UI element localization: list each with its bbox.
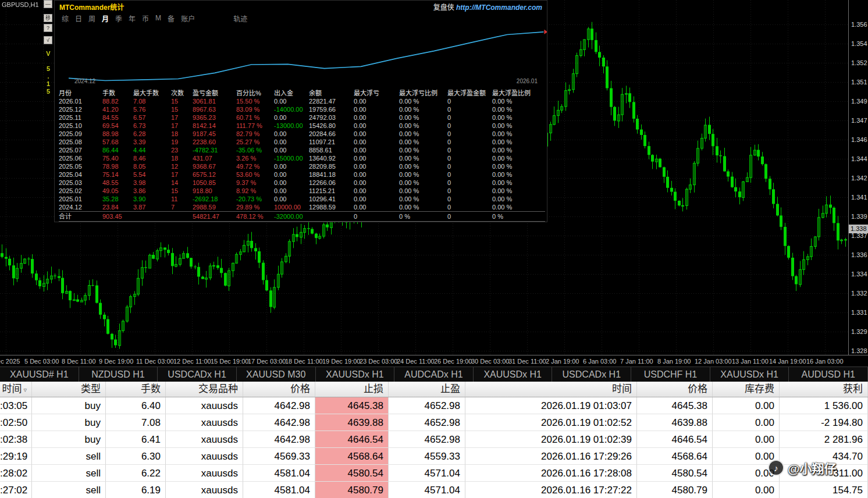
stats-col-header: 月份 (59, 89, 102, 97)
trades-col-header[interactable]: 交易品种 (166, 382, 243, 397)
stats-cell: 3.87 (133, 203, 171, 211)
menu-item-月[interactable]: 月 (102, 13, 109, 23)
menu-item-综[interactable]: 综 (62, 13, 69, 23)
stats-cell: 6.73 (133, 122, 171, 130)
trade-row[interactable]: :27:02sell6.19xauusds4581.044580.794571.… (0, 482, 868, 498)
trade-cell: :27:02 (0, 482, 32, 498)
stats-cell: 0.00 (354, 195, 399, 203)
price-axis-label: 1.341 (851, 194, 867, 201)
stats-cell: 0.00 % (492, 203, 545, 211)
chart-tab[interactable]: USDCADx H1 (158, 367, 237, 382)
trade-cell: :02:50 (0, 414, 32, 431)
trades-col-header[interactable]: 手数 (106, 382, 166, 397)
trade-cell: 2 281.96 (780, 431, 868, 448)
stats-cell: 0.00 % (492, 162, 545, 170)
chart-tab[interactable]: XAUUSD M30 (237, 367, 316, 382)
trades-col-header[interactable]: 获利 (780, 382, 868, 397)
stats-cell: 8858.61 (309, 146, 354, 154)
stats-cell: 3.90 (133, 195, 171, 203)
trade-cell: 0.00 (713, 431, 780, 448)
menu-item-账户[interactable]: 账户 (181, 13, 195, 23)
stats-cell: 0.00 (274, 130, 309, 138)
stats-cell: 17 (171, 170, 193, 179)
chart-tab[interactable]: XAUUSDx H1 (474, 367, 553, 382)
stats-cell: 0.00 (354, 138, 399, 146)
trades-col-header[interactable]: 时间 (465, 382, 637, 397)
stats-cell: 49.05 (102, 187, 133, 195)
stats-cell: 0.00 (354, 105, 399, 113)
chart-tab[interactable]: AUDCADx H1 (394, 367, 474, 382)
stats-cell: 0.00 (354, 146, 399, 154)
stats-cell: 0 (447, 195, 492, 203)
menu-item-M[interactable]: M (155, 14, 161, 22)
trade-row[interactable]: :02:38buy6.41xauusds4642.984646.544652.9… (0, 431, 868, 448)
stats-cell (171, 212, 193, 221)
stats-cell: -20.73 % (236, 195, 274, 203)
minimize-button[interactable]: — (44, 0, 52, 8)
price-axis-label: 1.332 (851, 290, 867, 297)
trades-col-header[interactable]: 价格 (637, 382, 713, 397)
stats-cell: 15426.80 (309, 122, 354, 130)
chart-tab[interactable]: AUDUSD H1 (789, 367, 868, 382)
help-button[interactable]: ? (44, 24, 52, 32)
brand-url[interactable]: http://MTCommander.com (456, 3, 542, 12)
trade-row[interactable]: :29:19sell6.30xauusds4569.334568.644559.… (0, 448, 868, 465)
stats-cell: 0.00 % (399, 170, 447, 179)
menu-item-备[interactable]: 备 (168, 13, 175, 23)
trades-col-header[interactable]: 止盈 (389, 382, 465, 397)
menu-item-trajectory[interactable]: 轨迹 (233, 13, 247, 23)
price-axis[interactable]: 1.338 1.3561.3541.3521.3511.3491.3471.34… (848, 0, 868, 355)
stats-cell: 合计 (59, 212, 102, 221)
stats-cell: 0 (447, 203, 492, 211)
stats-col-header: 出入金 (274, 89, 309, 97)
trades-col-header[interactable]: 类型 (32, 382, 106, 397)
panel-titlebar[interactable]: MTCommander统计 复盘侠 http://MTCommander.com (55, 1, 547, 12)
price-axis-label: 1.352 (851, 59, 867, 67)
stats-cell: 0 (447, 97, 492, 105)
chart-tab[interactable]: XAUUSDx H1 (316, 367, 395, 382)
time-axis-label: 15 Dec 19:00 (211, 358, 248, 365)
menu-item-币[interactable]: 币 (142, 13, 149, 23)
trades-col-header[interactable]: 时间 ▿ (0, 382, 32, 397)
menu-item-周[interactable]: 周 (88, 13, 95, 23)
stats-cell: 88.98 (102, 130, 133, 138)
trade-row[interactable]: :28:02sell6.22xauusds4581.044580.544571.… (0, 465, 868, 482)
chart-tab[interactable]: USDCHF H1 (631, 367, 710, 382)
equity-end-marker (544, 30, 547, 34)
stats-cell: 0.00 % (399, 105, 447, 113)
trade-cell: 4581.04 (243, 482, 315, 498)
stats-cell: 2025.05 (59, 162, 102, 170)
stats-cell: 10296.41 (309, 195, 354, 203)
stats-cell: 9368.67 (193, 162, 236, 170)
stats-cell: 2025.03 (59, 179, 102, 187)
time-axis[interactable]: 3 Dec 20255 Dec 03:008 Dec 11:009 Dec 19… (0, 355, 868, 367)
stats-cell: 0.00 % (492, 138, 545, 146)
stats-cell: 0 % (492, 212, 545, 221)
chart-tab[interactable]: NZDUSD H1 (79, 367, 158, 382)
confirm-button[interactable]: √ (44, 36, 52, 44)
trades-col-header[interactable]: 止损 (315, 382, 389, 397)
trade-row[interactable]: :02:50buy7.08xauusds4642.984639.884652.9… (0, 414, 868, 431)
menu-item-年[interactable]: 年 (129, 13, 136, 23)
stats-cell: 0.00 (354, 154, 399, 162)
chart-tab[interactable]: XAUUSDx H1 (710, 367, 789, 382)
chart-tab[interactable]: XAUUSD# H1 (0, 367, 79, 382)
trades-col-header[interactable]: 库存费 (713, 382, 780, 397)
stats-row: 2025.0857.683.39192238.6025.27 %0.001109… (59, 138, 545, 146)
menu-item-季[interactable]: 季 (115, 13, 122, 23)
trade-cell: sell (32, 482, 106, 498)
trade-row[interactable]: :03:05buy6.40xauusds4642.984645.384652.9… (0, 397, 868, 414)
chart-tab[interactable]: USDCADx H1 (552, 367, 631, 382)
move-button[interactable]: 移 (44, 14, 52, 22)
stats-cell: 4.44 (133, 146, 171, 154)
menu-item-日[interactable]: 日 (75, 13, 82, 23)
stats-cell: 53.60 % (236, 170, 274, 179)
stats-cell: 6.57 (133, 113, 171, 122)
stats-cell: 54821.47 (193, 212, 236, 221)
stats-cell: 8.46 (133, 154, 171, 162)
watermark-logo-icon: ♪ (768, 460, 784, 476)
stats-total-row: 合计903.4554821.47478.12 %-32000.0000 %00 … (59, 211, 545, 222)
trades-col-header[interactable]: 价格 (243, 382, 315, 397)
stats-cell: 0.00 % (492, 130, 545, 138)
stats-cell: 15 (171, 187, 193, 195)
